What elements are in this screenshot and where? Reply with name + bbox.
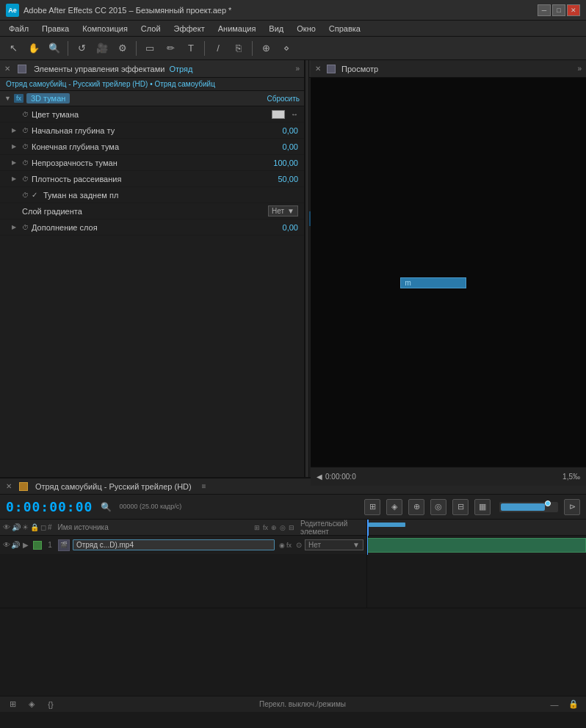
timeline-icon bbox=[19, 482, 28, 491]
minimize-button[interactable]: ─ bbox=[538, 4, 551, 16]
timeline-btn-2[interactable]: ◈ bbox=[386, 499, 402, 515]
effect-row-gradient-layer: Слой градиента Нет ▼ bbox=[0, 203, 304, 219]
layer-name-field[interactable]: Отряд с...D).mp4 bbox=[73, 539, 275, 550]
timeline-ruler[interactable] bbox=[367, 520, 586, 536]
end-depth-value[interactable]: 0,00 bbox=[283, 142, 298, 151]
timeline-btn-1[interactable]: ⊞ bbox=[364, 499, 380, 515]
new-comp-button[interactable]: ⊞ bbox=[6, 698, 19, 711]
layer-fx-switch[interactable]: fx bbox=[286, 542, 292, 549]
new-layer-button[interactable]: {} bbox=[44, 698, 57, 711]
effect-reset-button[interactable]: Сбросить bbox=[267, 95, 300, 103]
close-button[interactable]: ✕ bbox=[567, 4, 580, 16]
settings-tool[interactable]: ⚙ bbox=[114, 40, 131, 57]
zoom-out-button[interactable]: — bbox=[548, 698, 561, 711]
layer-expand-icon[interactable]: ▶ bbox=[23, 541, 29, 549]
effect-row-opacity: ▶ ⏱ Непрозрачность туман 100,00 bbox=[0, 155, 304, 171]
playhead[interactable] bbox=[367, 536, 368, 555]
effects-panel-accent: Отряд bbox=[169, 65, 192, 73]
layer-clip-1[interactable] bbox=[367, 538, 586, 553]
fog-color-swatch[interactable] bbox=[272, 110, 285, 119]
menu-view[interactable]: Вид bbox=[263, 23, 289, 34]
menu-layer[interactable]: Слой bbox=[135, 23, 167, 34]
menu-window[interactable]: Окно bbox=[291, 23, 322, 34]
preview-zoom: 1,5‰ bbox=[563, 473, 580, 481]
menu-bar: Файл Правка Композиция Слой Эффект Анима… bbox=[0, 21, 586, 37]
puppet-tool[interactable]: ⊕ bbox=[257, 40, 275, 57]
menu-animation[interactable]: Анимация bbox=[212, 23, 262, 34]
timeline-fps-display: 00000 (25.00 кадр/с) bbox=[119, 503, 181, 511]
zoom-in-button[interactable]: 🔒 bbox=[567, 698, 580, 711]
shape-tool[interactable]: ⋄ bbox=[278, 40, 295, 57]
menu-edit[interactable]: Правка bbox=[36, 23, 75, 34]
new-solid-button[interactable]: ◈ bbox=[25, 698, 38, 711]
preview-close[interactable]: ✕ bbox=[315, 65, 321, 73]
brush-tool[interactable]: / bbox=[209, 40, 227, 57]
row-expand-3[interactable]: ▶ bbox=[12, 143, 19, 150]
menu-file[interactable]: Файл bbox=[3, 23, 35, 34]
layer-switch-1[interactable]: ◉ bbox=[279, 542, 285, 549]
layer-eye-icon[interactable]: 👁 bbox=[3, 541, 10, 549]
layer-parent-select[interactable]: Нет ▼ bbox=[305, 539, 363, 550]
timeline-toolbar: 0:00:00:00 🔍 00000 (25.00 кадр/с) ⊞ ◈ ⊕ … bbox=[0, 495, 586, 520]
layer-addition-value[interactable]: 0,00 bbox=[283, 223, 298, 232]
layer-number: 1 bbox=[45, 541, 55, 549]
timeline-menu-icon[interactable]: ≡ bbox=[202, 482, 206, 490]
text-tool[interactable]: T bbox=[182, 40, 200, 57]
clone-tool[interactable]: ⎘ bbox=[230, 40, 247, 57]
timeline-btn-7[interactable]: ⊳ bbox=[564, 499, 580, 515]
title-bar: Ae Adobe After Effects CC 2015 – Безымян… bbox=[0, 0, 586, 21]
timeline-btn-5[interactable]: ⊟ bbox=[452, 499, 469, 515]
effect-name[interactable]: 3D туман bbox=[26, 93, 70, 103]
menu-effect[interactable]: Эффект bbox=[168, 23, 211, 34]
clock-icon-6[interactable]: ⏱ bbox=[22, 192, 29, 199]
timeline-timecode[interactable]: 0:00:00:00 bbox=[6, 499, 93, 514]
timeline-title: Отряд самоубийц - Русский трейлер (HD) bbox=[35, 482, 192, 491]
effects-panel-title: Элементы управления эффектами bbox=[34, 65, 164, 73]
row-expand-5[interactable]: ▶ bbox=[12, 175, 19, 182]
effect-expand-triangle[interactable]: ▼ bbox=[4, 95, 11, 102]
hand-tool[interactable]: ✋ bbox=[25, 40, 43, 57]
timeline-btn-3[interactable]: ⊕ bbox=[408, 499, 424, 515]
row-expand-8[interactable]: ▶ bbox=[12, 224, 19, 230]
effects-panel-menu[interactable]: » bbox=[295, 65, 300, 73]
rotate-tool[interactable]: ↺ bbox=[73, 40, 90, 57]
clock-icon-1[interactable]: ⏱ bbox=[22, 111, 29, 118]
clock-icon-2[interactable]: ⏱ bbox=[22, 127, 29, 134]
effect-row-layer-addition: ▶ ⏱ Дополнение слоя 0,00 bbox=[0, 219, 304, 236]
scatter-density-value[interactable]: 50,00 bbox=[278, 175, 298, 183]
audio-col-icon: 🔊 bbox=[12, 523, 21, 531]
effects-panel-close[interactable]: ✕ bbox=[4, 65, 10, 73]
start-depth-value[interactable]: 0,00 bbox=[283, 126, 298, 135]
aa-header: ⊟ bbox=[289, 524, 294, 531]
layer-controls-header: ⊞ fx ⊕ ◎ ⊟ bbox=[254, 524, 294, 531]
timeline-btn-6[interactable]: ▦ bbox=[474, 499, 491, 515]
timeline-btn-4[interactable]: ◎ bbox=[430, 499, 446, 515]
clock-icon-7[interactable]: ⏱ bbox=[22, 224, 29, 231]
camera-tool[interactable]: 🎥 bbox=[93, 40, 111, 57]
menu-composition[interactable]: Композиция bbox=[76, 23, 134, 34]
row-expand-2[interactable]: ▶ bbox=[12, 127, 19, 134]
timeline-close[interactable]: ✕ bbox=[6, 482, 12, 490]
opacity-value[interactable]: 100,00 bbox=[273, 159, 298, 167]
work-area-end-marker[interactable] bbox=[545, 500, 551, 506]
maximize-button[interactable]: □ bbox=[552, 4, 565, 16]
clock-icon-5[interactable]: ⏱ bbox=[22, 175, 29, 183]
rect-tool[interactable]: ▭ bbox=[141, 40, 159, 57]
timeline-search[interactable]: 🔍 bbox=[98, 500, 113, 514]
status-text: Перекл. выключ./режимы bbox=[63, 700, 542, 708]
preview-menu[interactable]: » bbox=[577, 65, 582, 73]
fog-color-arrows[interactable]: ↔ bbox=[291, 110, 298, 118]
blend-header: ◎ bbox=[280, 524, 286, 531]
selection-tool[interactable]: ↖ bbox=[4, 40, 22, 57]
menu-help[interactable]: Справка bbox=[323, 23, 366, 34]
layer-audio-icon[interactable]: 🔊 bbox=[11, 541, 20, 549]
clock-icon-3[interactable]: ⏱ bbox=[22, 143, 29, 150]
effect-item-header: ▼ fx 3D туман Сбросить bbox=[0, 91, 304, 106]
pen-tool[interactable]: ✏ bbox=[162, 40, 179, 57]
row-expand-4[interactable]: ▶ bbox=[12, 159, 19, 166]
background-fog-checkbox[interactable]: ✓ bbox=[32, 191, 37, 199]
toolbar-separator-1 bbox=[68, 41, 68, 56]
clock-icon-4[interactable]: ⏱ bbox=[22, 159, 29, 167]
gradient-layer-dropdown[interactable]: Нет ▼ bbox=[268, 205, 298, 216]
zoom-tool[interactable]: 🔍 bbox=[46, 40, 63, 57]
